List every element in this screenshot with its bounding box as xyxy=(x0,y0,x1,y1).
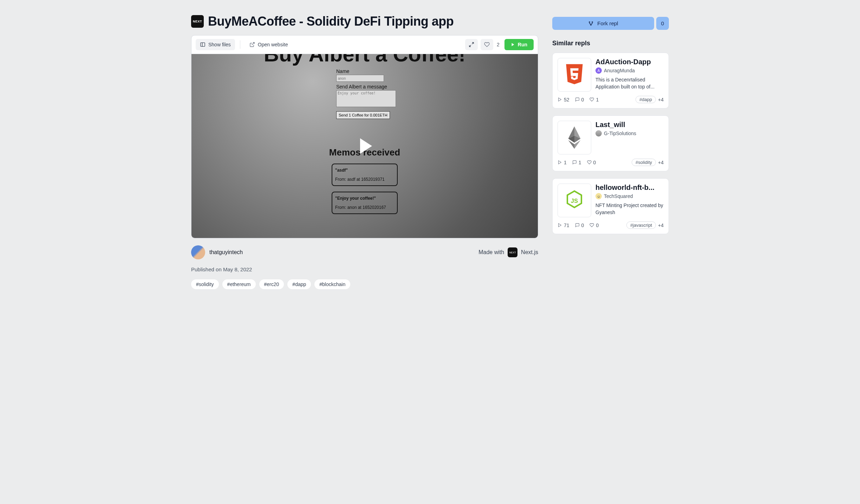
nodejs-icon: JS xyxy=(565,190,584,211)
svg-marker-17 xyxy=(559,161,561,164)
repl-frame: Show files Open website 2 Run xyxy=(191,35,538,238)
svg-point-6 xyxy=(592,21,593,22)
meta-row: thatguyintech Made with NEXT Next.js xyxy=(191,245,538,259)
title-row: NEXT BuyMeACoffee - Solidity DeFi Tippin… xyxy=(191,14,538,29)
repl-stats: 1 1 0 #solidity +4 xyxy=(558,159,664,166)
repl-thumbnail: JS xyxy=(558,184,591,217)
more-tags[interactable]: +4 xyxy=(658,160,664,165)
avatar xyxy=(191,245,205,259)
similar-heading: Similar repls xyxy=(552,40,669,47)
repl-description: This is a Decenrtalised Application buil… xyxy=(595,77,664,90)
made-with[interactable]: Made with NEXT Next.js xyxy=(478,247,538,257)
open-website-label: Open website xyxy=(258,42,288,47)
runs-stat: 71 xyxy=(558,223,569,228)
play-outline-icon xyxy=(558,160,562,165)
author-name: thatguyintech xyxy=(209,249,243,256)
tag-erc20[interactable]: #erc20 xyxy=(259,279,284,289)
preview-area: Buy Albert a Coffee! Name Send Albert a … xyxy=(191,54,538,238)
repl-author[interactable]: G-TipSolutions xyxy=(595,130,664,137)
repl-author-name: TechSquared xyxy=(604,193,633,199)
run-label: Run xyxy=(518,42,527,47)
play-icon xyxy=(360,138,372,154)
svg-marker-19 xyxy=(559,224,561,227)
external-link-icon xyxy=(249,42,255,47)
fork-label: Fork repl xyxy=(597,20,618,26)
repl-author[interactable]: A AnuragMunda xyxy=(595,67,664,74)
page-title: BuyMeACoffee - Solidity DeFi Tipping app xyxy=(208,14,454,29)
svg-line-3 xyxy=(472,42,474,44)
tag-blockchain[interactable]: #blockchain xyxy=(314,279,350,289)
fork-count: 0 xyxy=(656,17,669,30)
svg-marker-10 xyxy=(559,98,561,101)
repl-description: NFT Minting Project created by Gyanesh xyxy=(595,202,664,216)
svg-line-4 xyxy=(469,45,471,47)
more-tags[interactable]: +4 xyxy=(658,223,664,228)
heart-outline-icon xyxy=(587,160,592,165)
runs-stat: 52 xyxy=(558,97,569,102)
repl-tag[interactable]: #solidity xyxy=(632,159,656,166)
likes-stat: 1 xyxy=(589,97,599,102)
nextjs-icon: NEXT xyxy=(508,247,517,257)
fork-icon xyxy=(588,21,594,26)
author-block[interactable]: thatguyintech xyxy=(191,245,243,259)
like-count: 2 xyxy=(497,42,500,47)
heart-outline-icon xyxy=(589,223,594,227)
likes-stat: 0 xyxy=(589,223,599,228)
ethereum-icon xyxy=(565,125,584,150)
repl-title: Last_will xyxy=(595,121,664,129)
similar-repl-card[interactable]: JS helloworld-nft-b... ☺ TechSquared NFT… xyxy=(552,178,669,234)
repl-tag[interactable]: #dapp xyxy=(636,96,656,103)
tag-ethereum[interactable]: #ethereum xyxy=(222,279,256,289)
repl-author-name: G-TipSolutions xyxy=(604,131,636,136)
heart-outline-icon xyxy=(589,97,594,102)
published-date: Published on May 8, 2022 xyxy=(191,266,538,272)
similar-repl-card[interactable]: Last_will G-TipSolutions 1 1 0 #solidity… xyxy=(552,115,669,171)
play-icon xyxy=(511,42,515,47)
open-website-button[interactable]: Open website xyxy=(245,39,292,50)
fork-button[interactable]: Fork repl xyxy=(552,17,654,30)
toolbar: Show files Open website 2 Run xyxy=(191,35,538,54)
run-button[interactable]: Run xyxy=(504,39,534,50)
comments-stat: 1 xyxy=(572,160,581,165)
comments-stat: 0 xyxy=(575,97,584,102)
html5-icon xyxy=(565,64,584,86)
expand-icon xyxy=(469,42,474,47)
svg-text:JS: JS xyxy=(571,198,578,204)
repl-stats: 71 0 0 #javascript +4 xyxy=(558,221,664,229)
svg-point-7 xyxy=(589,21,590,22)
play-outline-icon xyxy=(558,97,562,102)
comment-icon xyxy=(575,223,580,227)
fork-row: Fork repl 0 xyxy=(552,17,669,30)
author-avatar-icon: A xyxy=(595,67,602,74)
comment-icon xyxy=(572,160,577,165)
svg-marker-5 xyxy=(512,43,514,46)
play-overlay[interactable] xyxy=(191,54,538,238)
toolbar-separator xyxy=(240,40,240,49)
like-button[interactable] xyxy=(481,39,493,50)
play-outline-icon xyxy=(558,223,562,227)
repl-stats: 52 0 1 #dapp +4 xyxy=(558,96,664,103)
author-avatar-icon xyxy=(595,130,602,137)
fullscreen-button[interactable] xyxy=(465,39,478,50)
repl-tag[interactable]: #javascript xyxy=(626,221,656,229)
svg-point-8 xyxy=(591,24,592,25)
repl-thumbnail xyxy=(558,58,591,92)
author-avatar-icon: ☺ xyxy=(595,193,602,199)
heart-icon xyxy=(484,42,490,47)
tag-dapp[interactable]: #dapp xyxy=(287,279,311,289)
similar-repl-card[interactable]: AdAuction-Dapp A AnuragMunda This is a D… xyxy=(552,53,669,108)
show-files-label: Show files xyxy=(208,42,231,47)
made-with-name: Next.js xyxy=(521,249,538,256)
comments-stat: 0 xyxy=(575,223,584,228)
svg-rect-0 xyxy=(201,43,205,47)
show-files-button[interactable]: Show files xyxy=(196,39,235,50)
more-tags[interactable]: +4 xyxy=(658,97,664,102)
runs-stat: 1 xyxy=(558,160,567,165)
app-icon: NEXT xyxy=(191,15,204,28)
repl-title: helloworld-nft-b... xyxy=(595,184,664,192)
likes-stat: 0 xyxy=(587,160,596,165)
tag-solidity[interactable]: #solidity xyxy=(191,279,219,289)
repl-title: AdAuction-Dapp xyxy=(595,58,664,66)
made-with-label: Made with xyxy=(478,249,504,256)
repl-author[interactable]: ☺ TechSquared xyxy=(595,193,664,199)
